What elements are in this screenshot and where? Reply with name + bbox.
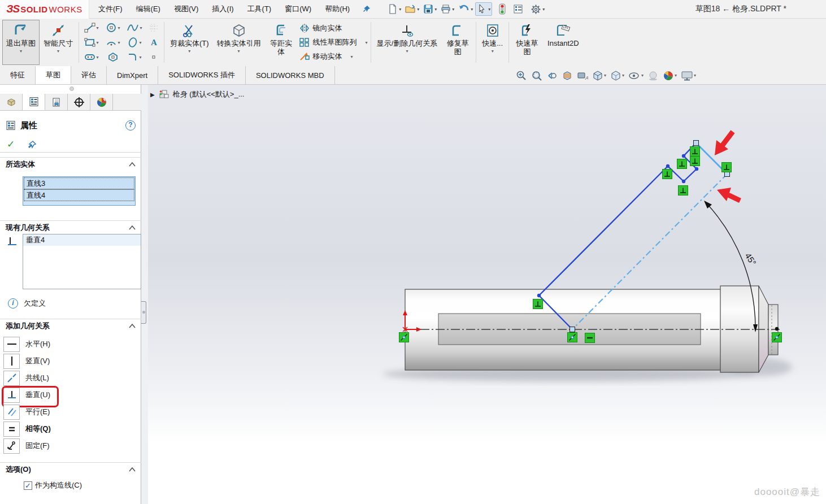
annotation-view-icon[interactable]: A	[576, 69, 589, 82]
options-section-header[interactable]: 选项(O)	[0, 462, 141, 476]
dropdown-caret-icon[interactable]: ▾	[452, 7, 454, 12]
trim-entities-button[interactable]: 剪裁实体(T) ▾	[166, 20, 213, 65]
undo-button[interactable]: ▾	[457, 2, 475, 16]
task-list-icon[interactable]	[511, 2, 525, 16]
flyout-arrow-icon[interactable]: ▶	[150, 92, 155, 98]
tab-sketch[interactable]: 草图	[36, 66, 71, 84]
panel-resize-grip[interactable]	[69, 86, 74, 91]
existing-relations-listbox[interactable]: 垂直4	[23, 234, 141, 289]
panel-splitter[interactable]	[141, 85, 148, 504]
menu-window[interactable]: 窗口(W)	[278, 0, 318, 18]
panel-collapse-handle[interactable]	[141, 301, 146, 324]
dropdown-caret-icon[interactable]: ▾	[434, 7, 437, 12]
collapse-chevron-icon[interactable]	[129, 160, 136, 168]
selected-entities-listbox[interactable]: 直线3 直线4	[23, 176, 136, 206]
tab-features[interactable]: 特征	[0, 66, 36, 84]
dropdown-caret-icon[interactable]: ▾	[188, 49, 190, 54]
polygon-tool[interactable]	[102, 50, 124, 64]
zoom-fit-icon[interactable]	[515, 69, 528, 82]
select-tool-button[interactable]: ▾	[475, 2, 492, 16]
dropdown-caret-icon[interactable]: ▾	[694, 73, 696, 78]
help-icon[interactable]: ?	[125, 120, 136, 131]
selected-entity-item[interactable]: 直线4	[24, 189, 134, 201]
move-entities-button[interactable]: 移动实体 ▾	[298, 50, 369, 64]
add-relations-section-header[interactable]: 添加几何关系	[0, 319, 141, 332]
dropdown-caret-icon[interactable]: ▾	[96, 25, 98, 31]
dropdown-caret-icon[interactable]: ▾	[675, 73, 677, 78]
checkbox-checked-icon[interactable]: ✓	[24, 481, 32, 490]
settings-gear-icon[interactable]: ▾	[529, 2, 546, 16]
previous-view-icon[interactable]	[546, 69, 558, 82]
new-document-button[interactable]: ▾	[386, 2, 403, 16]
ellipse-tool[interactable]: ▾	[124, 35, 145, 50]
horizontal-relation-badge[interactable]	[585, 333, 595, 343]
arc-tool[interactable]: ▾	[102, 35, 124, 50]
hide-show-items-icon[interactable]: ▾	[628, 69, 644, 82]
tab-dimxpert-manager[interactable]	[68, 94, 90, 110]
dropdown-caret-icon[interactable]: ▾	[238, 49, 240, 54]
spline-tool[interactable]: ▾	[124, 20, 145, 35]
dropdown-caret-icon[interactable]: ▾	[139, 40, 141, 45]
menu-file[interactable]: 文件(F)	[92, 0, 129, 18]
view-orientation-icon[interactable]: ▾	[592, 69, 607, 82]
relation-collinear-button[interactable]: 共线(L)	[3, 370, 88, 386]
grid-tool[interactable]	[145, 20, 162, 35]
existing-relations-section-header[interactable]: 现有几何关系	[0, 220, 141, 234]
dropdown-caret-icon[interactable]: ▾	[366, 40, 368, 45]
tab-property-manager[interactable]	[23, 94, 45, 110]
menu-view[interactable]: 视图(V)	[167, 0, 205, 18]
view-settings-icon[interactable]: ▾	[680, 69, 697, 82]
tab-evaluate[interactable]: 评估	[71, 66, 107, 84]
smart-dimension-button[interactable]: 智能尺寸 ▾	[40, 20, 77, 65]
dropdown-caret-icon[interactable]: ▾	[399, 7, 401, 12]
display-style-icon[interactable]: ▾	[610, 69, 625, 82]
dropdown-caret-icon[interactable]: ▾	[542, 7, 545, 12]
menu-help[interactable]: 帮助(H)	[318, 0, 357, 18]
feature-tree-flyout[interactable]: ▶ 枪身 (默认<<默认>_...	[150, 89, 245, 99]
collapse-chevron-icon[interactable]	[129, 223, 136, 232]
pin-icon[interactable]	[361, 5, 372, 14]
rebuild-traffic-light-icon[interactable]	[497, 2, 507, 16]
dropdown-caret-icon[interactable]: ▾	[118, 25, 120, 31]
dropdown-caret-icon[interactable]: ▾	[139, 55, 141, 60]
appearances-icon[interactable]: ▾	[662, 69, 677, 82]
tab-configuration-manager[interactable]	[45, 94, 68, 110]
dropdown-caret-icon[interactable]: ▾	[57, 49, 59, 54]
existing-relation-item[interactable]: 垂直4	[23, 234, 141, 246]
open-button[interactable]: ▾	[403, 2, 421, 16]
relation-vertical-button[interactable]: 竖直(V)	[3, 353, 88, 370]
dropdown-caret-icon[interactable]: ▾	[641, 73, 644, 78]
relation-perpendicular-button[interactable]: 垂直(U)	[3, 386, 88, 403]
dropdown-caret-icon[interactable]: ▾	[406, 49, 408, 54]
text-tool[interactable]: A	[145, 35, 162, 50]
slot-tool[interactable]: ▾	[81, 50, 102, 64]
quick-snaps-button[interactable]: 快速... ▾	[478, 20, 507, 65]
fillet-tool[interactable]: ▾	[124, 50, 145, 64]
relation-equal-button[interactable]: 相等(Q)	[3, 420, 88, 437]
tab-feature-manager[interactable]	[0, 94, 23, 110]
dropdown-caret-icon[interactable]: ▾	[140, 25, 142, 31]
mirror-entities-button[interactable]: 镜向实体	[298, 21, 369, 36]
section-view-icon[interactable]	[561, 69, 573, 82]
dropdown-caret-icon[interactable]: ▾	[20, 49, 22, 54]
dropdown-caret-icon[interactable]: ▾	[351, 54, 353, 59]
dropdown-caret-icon[interactable]: ▾	[604, 73, 606, 78]
tab-display-manager[interactable]	[90, 94, 113, 110]
construction-line-option[interactable]: ✓ 作为构造线(C)	[24, 480, 82, 490]
rectangle-tool[interactable]: ▾	[81, 35, 102, 50]
dropdown-caret-icon[interactable]: ▾	[96, 55, 98, 60]
point-tool[interactable]	[145, 50, 162, 64]
tab-solidworks-addins[interactable]: SOLIDWORKS 插件	[158, 66, 246, 84]
line-tool[interactable]: ▾	[81, 20, 102, 35]
display-delete-relations-button[interactable]: 显示/删除几何关系 ▾	[373, 20, 442, 65]
perpendicular-relation-badges[interactable]	[533, 147, 732, 309]
feature-tree-root-label[interactable]: 枪身 (默认<<默认>_...	[173, 89, 245, 99]
collapse-chevron-icon[interactable]	[129, 465, 136, 473]
selected-entities-section-header[interactable]: 所选实体	[0, 157, 141, 171]
relation-fix-button[interactable]: 固定(F)	[3, 437, 88, 454]
repair-sketch-button[interactable]: 修复草图	[441, 20, 474, 65]
exit-sketch-button[interactable]: 退出草图 ▾	[2, 20, 40, 65]
dropdown-caret-icon[interactable]: ▾	[492, 49, 494, 54]
linear-pattern-button[interactable]: 线性草图阵列 ▾	[298, 36, 369, 50]
dropdown-caret-icon[interactable]: ▾	[96, 40, 98, 45]
